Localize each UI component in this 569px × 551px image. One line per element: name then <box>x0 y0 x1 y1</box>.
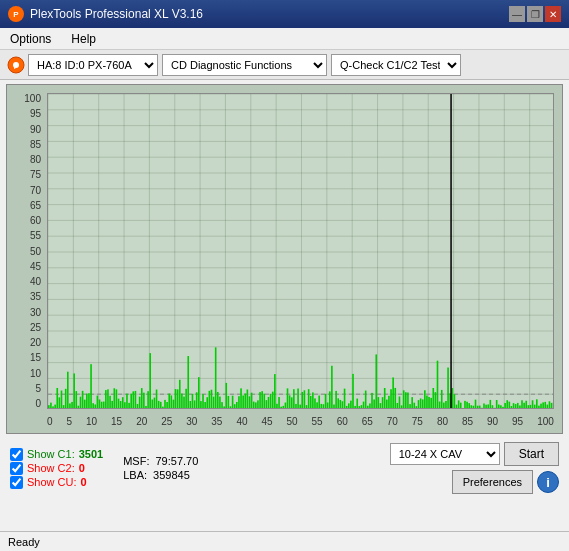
c2-checkbox[interactable] <box>10 462 23 475</box>
svg-rect-135 <box>236 402 238 408</box>
svg-rect-96 <box>154 398 156 408</box>
svg-rect-133 <box>232 396 234 408</box>
svg-rect-73 <box>105 390 107 408</box>
cu-checkbox[interactable] <box>10 476 23 489</box>
svg-rect-184 <box>340 400 342 408</box>
lba-label: LBA: <box>123 469 147 481</box>
svg-rect-52 <box>61 391 63 408</box>
svg-rect-98 <box>158 401 160 408</box>
svg-rect-146 <box>259 392 261 408</box>
speed-select[interactable]: 10-24 X CAV <box>390 443 500 465</box>
svg-rect-222 <box>420 398 422 408</box>
svg-rect-259 <box>498 405 500 408</box>
c1-label: Show C1: <box>27 448 75 460</box>
controls-row-1: Show C1: 3501 Show C2: 0 Show CU: 0 MSF:… <box>10 442 559 494</box>
svg-rect-117 <box>198 377 200 408</box>
svg-rect-167 <box>304 390 306 408</box>
svg-rect-264 <box>509 402 511 408</box>
svg-rect-63 <box>84 400 86 408</box>
svg-rect-50 <box>56 388 58 408</box>
close-button[interactable]: ✕ <box>545 6 561 22</box>
svg-rect-177 <box>325 394 327 408</box>
restore-button[interactable]: ❐ <box>527 6 543 22</box>
svg-rect-67 <box>92 403 94 408</box>
svg-rect-108 <box>179 380 181 408</box>
c1-checkbox[interactable] <box>10 448 23 461</box>
svg-rect-62 <box>82 391 84 408</box>
svg-rect-168 <box>306 405 308 408</box>
svg-rect-183 <box>337 398 339 408</box>
svg-rect-181 <box>333 404 335 408</box>
svg-rect-265 <box>511 406 513 408</box>
svg-rect-216 <box>407 392 409 408</box>
svg-rect-228 <box>432 388 434 408</box>
svg-rect-256 <box>492 405 494 408</box>
svg-rect-244 <box>466 402 468 408</box>
start-button[interactable]: Start <box>504 442 559 466</box>
svg-rect-89 <box>139 397 141 408</box>
title-bar: P PlexTools Professional XL V3.16 — ❐ ✕ <box>0 0 569 28</box>
svg-rect-148 <box>263 394 265 408</box>
svg-rect-125 <box>215 347 217 408</box>
svg-rect-127 <box>219 397 221 408</box>
svg-rect-172 <box>314 398 316 408</box>
svg-rect-271 <box>523 403 525 408</box>
svg-rect-255 <box>490 400 492 408</box>
svg-rect-83 <box>126 394 128 408</box>
menu-help[interactable]: Help <box>65 30 102 48</box>
svg-rect-211 <box>397 403 399 408</box>
svg-rect-49 <box>54 405 56 408</box>
svg-rect-274 <box>530 405 532 408</box>
svg-rect-196 <box>365 391 367 408</box>
svg-rect-118 <box>200 401 202 408</box>
menu-bar: Options Help <box>0 28 569 50</box>
svg-rect-233 <box>443 403 445 408</box>
device-select[interactable]: HA:8 ID:0 PX-760A <box>28 54 158 76</box>
svg-rect-81 <box>122 397 124 408</box>
svg-rect-246 <box>471 405 473 408</box>
svg-rect-141 <box>249 396 251 408</box>
svg-rect-180 <box>331 366 333 408</box>
svg-rect-262 <box>504 403 506 408</box>
device-icon: P <box>6 55 26 75</box>
svg-rect-254 <box>487 404 489 408</box>
svg-rect-126 <box>217 392 219 408</box>
svg-rect-56 <box>69 403 71 408</box>
status-text: Ready <box>8 536 40 548</box>
chart-inner <box>47 93 554 409</box>
svg-rect-187 <box>346 406 348 408</box>
toolbar: P HA:8 ID:0 PX-760A CD Diagnostic Functi… <box>0 50 569 80</box>
svg-rect-84 <box>128 403 130 408</box>
svg-rect-267 <box>515 404 517 408</box>
svg-rect-194 <box>361 405 363 408</box>
svg-rect-272 <box>525 401 527 408</box>
svg-rect-116 <box>196 392 198 408</box>
test-select[interactable]: Q-Check C1/C2 Test <box>331 54 461 76</box>
svg-rect-121 <box>206 397 208 408</box>
svg-rect-68 <box>94 404 96 408</box>
svg-rect-78 <box>116 389 118 408</box>
menu-options[interactable]: Options <box>4 30 57 48</box>
svg-rect-149 <box>266 400 268 408</box>
svg-rect-151 <box>270 394 272 408</box>
svg-rect-48 <box>52 406 54 408</box>
svg-rect-266 <box>513 403 515 408</box>
svg-rect-164 <box>297 388 299 408</box>
svg-rect-175 <box>321 404 323 408</box>
svg-rect-174 <box>318 396 320 408</box>
svg-rect-75 <box>109 396 111 408</box>
svg-rect-136 <box>238 396 240 408</box>
svg-rect-86 <box>133 391 135 408</box>
svg-rect-124 <box>213 397 215 408</box>
svg-rect-129 <box>223 406 225 408</box>
svg-rect-185 <box>342 401 344 408</box>
svg-rect-57 <box>71 402 73 408</box>
svg-rect-70 <box>99 399 101 408</box>
svg-rect-93 <box>147 391 149 408</box>
info-icon: i <box>546 475 550 490</box>
preferences-button[interactable]: Preferences <box>452 470 533 494</box>
svg-rect-198 <box>369 403 371 408</box>
info-button[interactable]: i <box>537 471 559 493</box>
function-select[interactable]: CD Diagnostic Functions <box>162 54 327 76</box>
minimize-button[interactable]: — <box>509 6 525 22</box>
